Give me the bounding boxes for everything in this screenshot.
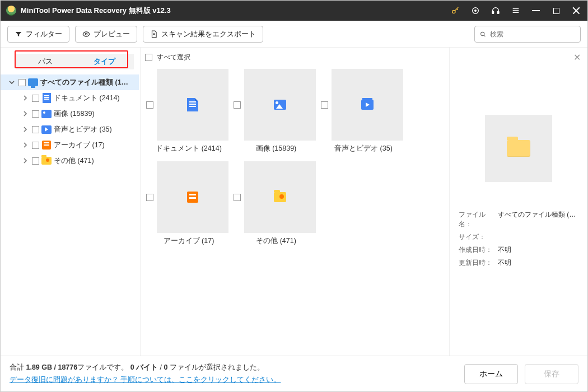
thumb <box>332 69 403 141</box>
checkbox[interactable] <box>32 126 39 133</box>
chevron-right-icon[interactable] <box>21 95 30 101</box>
thumb <box>244 161 316 233</box>
grid-card-other[interactable]: その他 (471) <box>234 161 319 246</box>
main: すべて選択 ドキュメント (2414) 画像 (15839) <box>141 48 450 356</box>
checkbox[interactable] <box>18 79 26 86</box>
checkbox[interactable] <box>32 95 39 102</box>
preview-button[interactable]: プレビュー <box>75 26 137 43</box>
menu-icon[interactable] <box>508 1 524 21</box>
card-label: その他 (471) <box>234 236 319 246</box>
preview-table: ファイル名： すべてのファイル種類 (18776 サイズ： 作成日時： 不明 更… <box>459 210 578 268</box>
av-icon <box>361 100 374 110</box>
tab-type[interactable]: タイプ <box>75 54 134 69</box>
checkbox[interactable] <box>32 157 39 165</box>
svg-rect-4 <box>497 11 499 13</box>
grid-card-images[interactable]: 画像 (15839) <box>234 69 319 153</box>
other-icon <box>41 157 52 165</box>
created-value: 不明 <box>498 245 511 255</box>
svg-point-5 <box>85 33 87 35</box>
tree-root[interactable]: すべてのファイル種類 (1… <box>1 74 139 90</box>
updated-key: 更新日時： <box>459 258 493 268</box>
updated-value: 不明 <box>498 258 511 268</box>
chevron-right-icon[interactable] <box>21 158 30 164</box>
search-input[interactable] <box>490 30 576 38</box>
tabs: パス タイプ <box>15 53 134 70</box>
document-icon <box>187 98 198 111</box>
card-label: 画像 (15839) <box>234 144 319 153</box>
key-icon[interactable] <box>447 1 463 21</box>
tree-item-documents[interactable]: ドキュメント (2414) <box>1 90 139 106</box>
svg-rect-3 <box>492 11 494 13</box>
tree-item-audio-video[interactable]: 音声とビデオ (35) <box>1 122 139 137</box>
export-button[interactable]: スキャン結果をエクスポート <box>143 26 263 43</box>
other-icon <box>274 192 286 202</box>
document-icon <box>43 93 51 103</box>
chevron-right-icon[interactable] <box>21 142 30 148</box>
tree-item-images[interactable]: 画像 (15839) <box>1 106 139 122</box>
footer-left: 合計 1.89 GB / 18776ファイルです。 0 バイト / 0 ファイル… <box>10 362 281 386</box>
filter-button[interactable]: フィルター <box>7 26 69 43</box>
filter-label: フィルター <box>26 29 62 39</box>
minimize-icon[interactable] <box>528 1 544 21</box>
preview-thumb <box>485 115 552 182</box>
card-label: 音声とビデオ (35) <box>321 144 406 153</box>
grid-card-archives[interactable]: アーカイブ (17) <box>146 161 231 246</box>
chevron-right-icon[interactable] <box>21 127 30 132</box>
preview-label: プレビュー <box>94 29 130 39</box>
headphones-icon[interactable] <box>488 1 503 21</box>
size-key: サイズ： <box>459 232 493 242</box>
maximize-icon[interactable] <box>548 1 564 21</box>
close-icon[interactable] <box>568 1 584 21</box>
grid-card-audio-video[interactable]: 音声とビデオ (35) <box>321 69 406 153</box>
checkbox[interactable] <box>146 194 153 201</box>
file-name-value: すべてのファイル種類 (18776 <box>498 210 578 229</box>
sidebar: パス タイプ すべてのファイル種類 (1… ドキュメント (2414) 画像 (… <box>1 48 141 356</box>
image-icon <box>41 110 52 118</box>
card-label: アーカイブ (17) <box>146 236 231 246</box>
tree-root-label: すべてのファイル種類 (1… <box>40 78 128 87</box>
av-icon <box>41 125 52 134</box>
thumb <box>157 161 228 233</box>
card-label: ドキュメント (2414) <box>146 144 231 153</box>
checkbox[interactable] <box>234 101 241 109</box>
checkbox[interactable] <box>146 101 153 109</box>
tree-item-label: 音声とビデオ (35) <box>54 125 112 134</box>
search-box[interactable] <box>474 26 581 43</box>
svg-point-0 <box>452 10 455 13</box>
grid-card-documents[interactable]: ドキュメント (2414) <box>146 69 231 153</box>
tree: すべてのファイル種類 (1… ドキュメント (2414) 画像 (15839) … <box>1 72 139 169</box>
thumb <box>157 69 228 141</box>
preview-pane: ✕ ファイル名： すべてのファイル種類 (18776 サイズ： 作成日時： 不明… <box>450 48 587 356</box>
folder-icon <box>507 140 530 157</box>
checkbox[interactable] <box>321 101 328 109</box>
image-icon <box>274 100 286 110</box>
save-button[interactable]: 保存 <box>525 364 578 384</box>
titlebar: MiniTool Power Data Recovery 無料版 v12.3 <box>1 1 587 21</box>
select-all-label: すべて選択 <box>157 53 190 62</box>
select-all-checkbox[interactable] <box>145 54 152 61</box>
tree-item-label: ドキュメント (2414) <box>54 94 120 103</box>
checkbox[interactable] <box>32 142 39 149</box>
disc-icon[interactable] <box>468 1 483 21</box>
file-name-key: ファイル名： <box>459 210 493 229</box>
chevron-right-icon[interactable] <box>21 111 30 116</box>
close-preview-icon[interactable]: ✕ <box>573 52 581 63</box>
checkbox[interactable] <box>234 194 241 201</box>
home-button[interactable]: ホーム <box>464 364 518 384</box>
chevron-down-icon[interactable] <box>7 80 16 85</box>
svg-point-2 <box>475 10 477 12</box>
checkbox[interactable] <box>32 110 39 118</box>
tree-item-label: その他 (471) <box>54 156 94 166</box>
toolbar: フィルター プレビュー スキャン結果をエクスポート <box>1 21 587 48</box>
footer: 合計 1.89 GB / 18776ファイルです。 0 バイト / 0 ファイル… <box>1 356 587 391</box>
tree-item-archives[interactable]: アーカイブ (17) <box>1 137 139 153</box>
tree-item-other[interactable]: その他 (471) <box>1 153 139 169</box>
app-logo-icon <box>6 6 16 16</box>
archive-icon <box>187 192 198 203</box>
tree-item-label: 画像 (15839) <box>54 109 95 119</box>
export-label: スキャン結果をエクスポート <box>161 29 256 39</box>
tab-path[interactable]: パス <box>16 54 75 69</box>
archive-icon <box>42 141 51 150</box>
help-link[interactable]: データ復旧に問題がありますか？ 手順については、ここをクリックしてください。 <box>10 374 281 386</box>
search-icon <box>479 30 487 38</box>
